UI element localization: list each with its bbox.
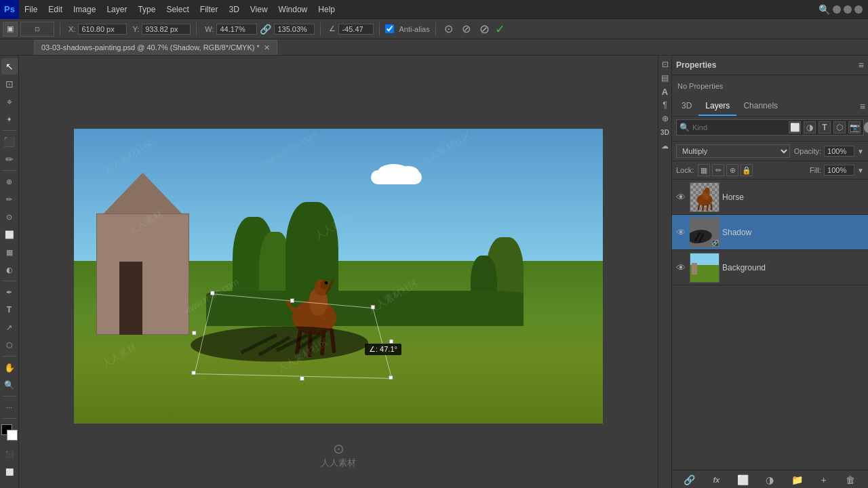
filter-type-icon[interactable]: T <box>818 121 831 134</box>
shape-tool[interactable]: ⬡ <box>1 337 18 353</box>
layers-panel-menu[interactable]: ≡ <box>860 101 865 112</box>
y-input[interactable] <box>142 24 191 35</box>
document-tab[interactable]: 03-03-shadows-painting.psd @ 40.7% (Shad… <box>34 40 277 55</box>
confirm-transform-btn[interactable]: ✓ <box>495 22 505 37</box>
panel-icon-layers[interactable]: ▤ <box>659 72 671 84</box>
search-icon-header[interactable]: 🔍 <box>818 4 830 15</box>
menu-help[interactable]: Help <box>313 0 340 19</box>
lock-all-btn[interactable]: 🔒 <box>741 164 753 176</box>
properties-menu-btn[interactable]: ≡ <box>859 60 864 70</box>
fill-arrow[interactable]: ▼ <box>857 167 864 174</box>
menu-view[interactable]: View <box>245 0 273 19</box>
tool-options-icon[interactable]: ▣ <box>3 22 18 37</box>
lasso-tool[interactable]: ⌖ <box>1 94 18 110</box>
layer-link-btn[interactable]: 🔗 <box>683 473 696 487</box>
panel-icon-paragraph[interactable]: ¶ <box>659 99 671 111</box>
tab-channels[interactable]: Channels <box>736 97 785 116</box>
move-tool[interactable]: ↖ <box>1 58 18 75</box>
layer-delete-btn[interactable]: 🗑 <box>844 473 857 487</box>
zoom-tool[interactable]: 🔍 <box>1 377 18 393</box>
eyedropper-tool[interactable]: ✏ <box>1 151 18 167</box>
hand-tool[interactable]: ✋ <box>1 359 18 375</box>
w-input[interactable] <box>216 24 257 35</box>
warp-icon[interactable]: ⊙ <box>441 22 456 37</box>
layer-visibility-background[interactable]: 👁 <box>675 262 687 274</box>
dodge-tool[interactable]: ◐ <box>1 262 18 278</box>
screen-mode-btn[interactable]: ⬜ <box>1 464 18 480</box>
magic-wand-tool[interactable]: ✦ <box>1 111 18 127</box>
svg-rect-22 <box>390 340 394 344</box>
tab-3d[interactable]: 3D <box>675 97 698 116</box>
antialias-checkbox[interactable] <box>385 24 394 33</box>
filter-shape-icon[interactable]: ⬡ <box>833 121 846 134</box>
layer-fx-btn[interactable]: fx <box>709 473 723 487</box>
opacity-row: Opacity: ▼ <box>794 146 864 157</box>
menu-layer[interactable]: Layer <box>101 0 132 19</box>
fg-bg-colors[interactable] <box>1 424 18 441</box>
menu-image[interactable]: Image <box>68 0 101 19</box>
cancel-transform-btn[interactable]: ⊘ <box>479 22 490 37</box>
tab-close-btn[interactable]: ✕ <box>264 43 270 52</box>
window-restore-btn[interactable] <box>844 5 852 14</box>
layer-mask-btn[interactable]: ⬜ <box>736 473 750 487</box>
brush-tool[interactable]: ✏ <box>1 191 18 207</box>
opacity-input[interactable] <box>824 146 854 157</box>
panel-icon-adjustments[interactable]: ⊕ <box>659 113 671 125</box>
opacity-arrow[interactable]: ▼ <box>857 148 864 155</box>
menu-select[interactable]: Select <box>161 0 194 19</box>
x-input[interactable] <box>78 24 127 35</box>
more-tools-btn[interactable]: ··· <box>1 399 18 415</box>
layer-item-horse[interactable]: 👁 Horse <box>672 180 868 215</box>
crop-tool[interactable]: ⬛ <box>1 134 18 150</box>
healing-tool[interactable]: ⊕ <box>1 174 18 190</box>
clone-tool[interactable]: ⊙ <box>1 209 18 225</box>
layer-item-background[interactable]: 👁 Background <box>672 250 868 285</box>
options-separator-3 <box>320 22 321 36</box>
menu-3d[interactable]: 3D <box>223 0 244 19</box>
type-tool[interactable]: T <box>1 302 18 318</box>
background-color[interactable] <box>7 430 18 441</box>
panel-icon-properties[interactable]: ⊡ <box>659 58 671 70</box>
menu-window[interactable]: Window <box>273 0 313 19</box>
angle-input[interactable] <box>338 24 374 35</box>
gradient-tool[interactable]: ▦ <box>1 244 18 260</box>
menu-type[interactable]: Type <box>132 0 161 19</box>
lock-transparent-btn[interactable]: ▦ <box>698 164 710 176</box>
menu-file[interactable]: File <box>19 0 43 19</box>
lock-position-btn[interactable]: ⊕ <box>726 164 738 176</box>
panel-icon-3d[interactable]: 3D <box>659 126 671 138</box>
layer-item-shadow[interactable]: 👁 🔗 Shadow <box>672 215 868 250</box>
layer-search-input[interactable] <box>692 123 786 131</box>
blend-mode-select[interactable]: Multiply Normal Screen Overlay Darken Li… <box>676 144 790 158</box>
layer-visibility-shadow[interactable]: 👁 <box>675 226 687 239</box>
layer-group-btn[interactable]: 📁 <box>790 473 804 487</box>
quick-mask-btn[interactable]: ⬛ <box>1 446 18 462</box>
canvas-image[interactable]: ∠: 47.1° 人人素材社区 www.rr-sc.com 人人素材社区 人人素… <box>74 129 603 424</box>
filter-pixel-icon[interactable]: ⬜ <box>789 121 801 134</box>
filter-smart-icon[interactable]: 📷 <box>848 121 861 134</box>
h-input[interactable] <box>274 24 315 35</box>
panel-icon-type[interactable]: A <box>659 85 671 98</box>
blend-row: Multiply Normal Screen Overlay Darken Li… <box>672 142 868 161</box>
lock-image-btn[interactable]: ✏ <box>712 164 724 176</box>
window-close-btn[interactable] <box>854 5 863 14</box>
layer-adjustment-btn[interactable]: ◑ <box>763 473 776 487</box>
layer-visibility-horse[interactable]: 👁 <box>675 191 687 203</box>
transform-handles[interactable] <box>116 285 471 388</box>
filter-toggle[interactable] <box>863 121 868 134</box>
menu-filter[interactable]: Filter <box>195 0 224 19</box>
path-selection-tool[interactable]: ↗ <box>1 319 18 336</box>
eraser-tool[interactable]: ⬜ <box>1 226 18 243</box>
fill-input[interactable] <box>824 165 854 176</box>
marquee-tool[interactable]: ⊡ <box>1 76 18 92</box>
interpolation-icon[interactable]: ⊘ <box>459 22 474 37</box>
panel-icon-cc[interactable]: ☁ <box>659 140 671 152</box>
filter-adjustment-icon[interactable]: ◑ <box>804 121 816 134</box>
layer-new-btn[interactable]: + <box>817 473 831 487</box>
canvas-area[interactable]: ∠: 47.1° 人人素材社区 www.rr-sc.com 人人素材社区 人人素… <box>19 56 658 488</box>
menu-edit[interactable]: Edit <box>43 0 68 19</box>
pen-tool[interactable]: ✒ <box>1 284 18 300</box>
window-minimize-btn[interactable] <box>833 5 841 14</box>
link-icon[interactable]: 🔗 <box>260 24 271 35</box>
tab-layers[interactable]: Layers <box>698 97 736 116</box>
